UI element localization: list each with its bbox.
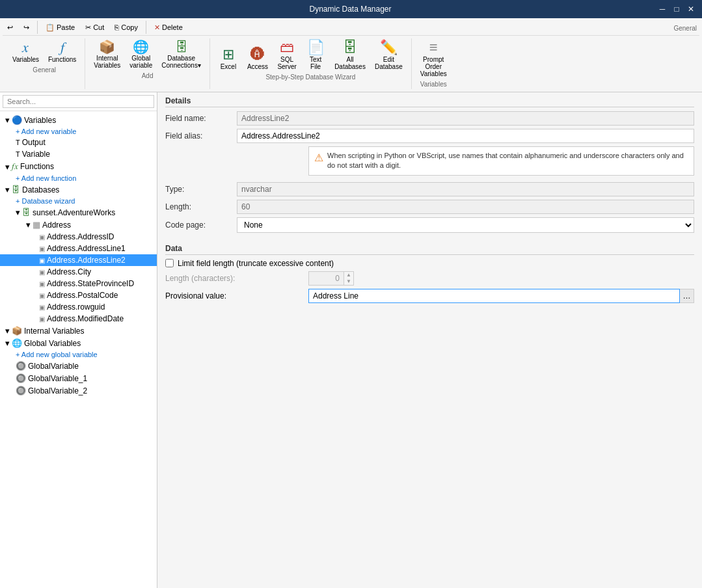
warning-row: ⚠ When scripting in Python or VBScript, … <box>165 146 694 179</box>
tree-global-var[interactable]: 🔘 GlobalVariable <box>0 360 157 372</box>
prompt-order-button[interactable]: ≡ PromptOrderVariables <box>417 38 450 79</box>
general-group-label: General <box>673 25 697 32</box>
tree-sunset[interactable]: ▾ 🗄 sunset.AdventureWorks <box>0 206 157 219</box>
field-icon-state: ▣ <box>39 280 45 287</box>
text-file-button[interactable]: 📄 TextFile <box>303 38 329 72</box>
warning-text: When scripting in Python or VBScript, us… <box>327 151 688 171</box>
functions-label: Functions <box>20 162 54 171</box>
field-alias-input[interactable] <box>237 129 694 143</box>
tree-address-id[interactable]: ▣ Address.AddressID <box>0 231 157 243</box>
paste-button[interactable]: 📋 Paste <box>41 21 79 34</box>
data-section: Data Limit field length (truncate excess… <box>157 240 702 588</box>
redo-button[interactable]: ↪ <box>19 21 34 34</box>
output-label: Output <box>22 138 46 147</box>
tree-address[interactable]: ▾ ▦ Address <box>0 219 157 231</box>
field-icon-city: ▣ <box>39 269 45 276</box>
sql-server-button[interactable]: 🗃 SQLServer <box>274 38 300 72</box>
tree-container: ▾ 🔵 Variables + Add new variable T Outpu… <box>0 111 157 588</box>
tree-address-modified[interactable]: ▣ Address.ModifiedDate <box>0 313 157 325</box>
limit-field-checkbox[interactable] <box>165 259 174 267</box>
minimize-button[interactable]: ─ <box>656 3 668 15</box>
field-icon-modified: ▣ <box>39 315 45 323</box>
toolbar-row2: 𝑥 Variables 𝑓 Functions General 📦 Intern… <box>3 36 699 90</box>
expand-databases-icon: ▾ <box>5 185 10 194</box>
group-general-items: 𝑥 Variables 𝑓 Functions <box>9 38 79 65</box>
global-var1-icon: 🔘 <box>16 373 26 383</box>
tree-global-variables[interactable]: ▾ 🌐 Global Variables <box>0 337 157 349</box>
tree-address-line1[interactable]: ▣ Address.AddressLine1 <box>0 243 157 254</box>
internal-variables-label: Internal Variables <box>24 327 85 336</box>
excel-button[interactable]: ⊞ Excel <box>215 46 241 72</box>
tree-address-state[interactable]: ▣ Address.StateProvinceID <box>0 278 157 289</box>
group-variables-label: Variables <box>420 81 447 88</box>
tree-variables[interactable]: ▾ 🔵 Variables <box>0 114 157 126</box>
tree-internal-variables[interactable]: ▾ 📦 Internal Variables <box>0 325 157 337</box>
provisional-input[interactable] <box>308 289 680 303</box>
sunset-icon: 🗄 <box>22 207 31 217</box>
field-name-label: Field name: <box>165 114 237 123</box>
address-city-label: Address.City <box>47 267 91 276</box>
tree-address-rowguid[interactable]: ▣ Address.rowguid <box>0 301 157 313</box>
database-connections-button[interactable]: 🗄 DatabaseConnections▾ <box>158 38 204 71</box>
access-button[interactable]: 🅐 Access <box>244 46 271 72</box>
add-variable-item[interactable]: + Add new variable <box>0 126 157 137</box>
sunset-label: sunset.AdventureWorks <box>33 208 115 217</box>
address-modified-label: Address.ModifiedDate <box>47 314 124 323</box>
delete-button[interactable]: ✕ Delete <box>150 21 187 34</box>
output-icon: T <box>16 139 20 146</box>
functions-icon: 𝑓 <box>61 40 64 55</box>
field-alias-row: Field alias: <box>165 129 694 143</box>
code-page-value: None <box>237 217 694 233</box>
global-variable-button[interactable]: 🌐 Globalvariable <box>126 38 155 71</box>
variables-label: Variables <box>24 116 56 125</box>
code-page-select[interactable]: None <box>237 217 694 233</box>
length-chars-wrap: ▲ ▼ <box>308 271 354 286</box>
variables-button[interactable]: 𝑥 Variables <box>9 38 42 65</box>
spin-up-button[interactable]: ▲ <box>344 272 353 278</box>
tree-global-var1[interactable]: 🔘 GlobalVariable_1 <box>0 372 157 384</box>
type-label: Type: <box>165 185 237 194</box>
functions-button[interactable]: 𝑓 Functions <box>45 38 79 65</box>
tree-global-var2[interactable]: 🔘 GlobalVariable_2 <box>0 384 157 397</box>
global-var2-label: GlobalVariable_2 <box>28 386 87 395</box>
maximize-button[interactable]: □ <box>671 3 682 15</box>
length-chars-input[interactable] <box>308 271 344 286</box>
database-wizard-item[interactable]: + Database wizard <box>0 196 157 206</box>
cut-button[interactable]: ✂ Cut <box>81 21 109 34</box>
right-panel: Details Field name: Field alias: ⚠ When … <box>157 92 702 588</box>
tree-databases[interactable]: ▾ 🗄 Databases <box>0 183 157 196</box>
copy-button[interactable]: ⎘ Copy <box>110 21 142 33</box>
address-state-label: Address.StateProvinceID <box>47 279 134 288</box>
field-icon-id: ▣ <box>39 234 45 241</box>
add-function-item[interactable]: + Add new function <box>0 173 157 183</box>
internal-variables-button[interactable]: 📦 InternalVariables <box>90 38 124 71</box>
tree-variable[interactable]: T Variable <box>0 148 157 160</box>
tree-functions[interactable]: ▾ 𝑓𝑥 Functions <box>0 160 157 173</box>
spin-down-button[interactable]: ▼ <box>344 278 353 285</box>
databases-label: Databases <box>22 185 59 194</box>
tree-address-postal[interactable]: ▣ Address.PostalCode <box>0 289 157 301</box>
database-connections-icon: 🗄 <box>175 40 188 53</box>
expand-global-icon: ▾ <box>5 338 10 348</box>
group-add-items: 📦 InternalVariables 🌐 Globalvariable 🗄 D… <box>90 38 204 71</box>
provisional-edit-button[interactable]: … <box>680 289 694 303</box>
copy-icon: ⎘ <box>115 23 119 31</box>
limit-field-row: Limit field length (truncate excessive c… <box>165 259 694 268</box>
undo-button[interactable]: ↩ <box>3 21 18 34</box>
tree-output[interactable]: T Output <box>0 137 157 148</box>
close-button[interactable]: ✕ <box>685 3 697 15</box>
search-input[interactable] <box>3 95 154 108</box>
tree-address-line2[interactable]: ▣ Address.AddressLine2 <box>0 254 157 266</box>
variable-icon: T <box>16 150 20 158</box>
title-bar-controls: ─ □ ✕ <box>656 3 697 15</box>
sql-icon: 🗃 <box>280 40 294 55</box>
type-value <box>237 182 694 196</box>
edit-database-button[interactable]: ✏️ EditDatabase <box>371 38 406 72</box>
all-databases-button[interactable]: 🗄 AllDatabases <box>331 38 369 72</box>
group-wizard-items: ⊞ Excel 🅐 Access 🗃 SQLServer 📄 TextFile … <box>215 38 406 72</box>
field-name-input[interactable] <box>237 111 694 126</box>
length-value <box>237 200 694 214</box>
excel-icon: ⊞ <box>223 47 234 62</box>
tree-address-city[interactable]: ▣ Address.City <box>0 266 157 278</box>
add-global-item[interactable]: + Add new global variable <box>0 349 157 360</box>
